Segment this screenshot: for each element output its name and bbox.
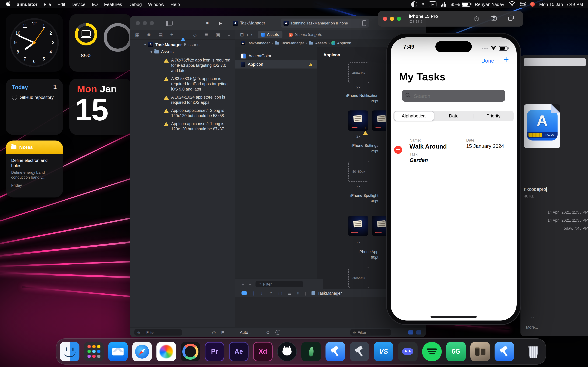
step-over-icon[interactable]: ⇣ (260, 291, 264, 296)
menu-simulator[interactable]: Simulator (13, 1, 41, 7)
issue-row[interactable]: !AppIcon.appiconset/r 2.png is 120x120 b… (130, 107, 235, 120)
dock-mail-icon[interactable] (108, 342, 128, 361)
close-button[interactable] (383, 17, 387, 21)
home-button-icon[interactable] (474, 15, 479, 22)
menu-device[interactable]: Device (69, 1, 89, 7)
dock-vscode-icon[interactable]: VS (374, 342, 393, 361)
breadcrumb-item[interactable]: Assets (315, 41, 327, 45)
test-navigator-icon[interactable]: ◇ (193, 32, 197, 37)
file-name-label[interactable]: r.xcodeproj (524, 187, 547, 192)
dock-trash-icon[interactable] (524, 342, 543, 361)
issue-row[interactable]: !A 1024x1024 app store icon is required … (130, 93, 235, 107)
tab-overview-icon[interactable]: ⊞ (240, 32, 244, 37)
dock-xcode-project-icon[interactable] (494, 342, 514, 361)
search-field[interactable] (402, 90, 505, 102)
icon-slot-image[interactable] (348, 216, 368, 236)
menu-window[interactable]: Window (145, 1, 167, 7)
debug-scheme[interactable]: TaskManager (312, 291, 342, 295)
scheme-chip[interactable]: A TaskManager (233, 20, 265, 26)
menu-io[interactable]: I/O (88, 1, 101, 7)
info-icon[interactable]: i (275, 330, 280, 335)
menu-file[interactable]: File (41, 1, 54, 7)
playback-icon[interactable]: ▶ (429, 1, 436, 7)
segment-priority[interactable]: Priority (474, 111, 513, 121)
run-button[interactable]: ▶ (219, 21, 222, 25)
asset-row-appicon[interactable]: AppIcon ! (235, 60, 317, 68)
segment-alphabetical[interactable]: Alphabetical (394, 111, 434, 121)
variables-view-toggle-icon[interactable] (408, 330, 413, 334)
xcodeproj-file-icon[interactable]: A PROJECT (524, 104, 560, 148)
find-navigator-icon[interactable]: ⌖ (171, 32, 173, 37)
status-app-icon[interactable] (411, 1, 417, 7)
view-debugger-icon[interactable]: ▢ (278, 291, 282, 296)
close-button[interactable] (136, 21, 140, 25)
asset-row-accentcolor[interactable]: AccentColor (235, 52, 317, 60)
sidebar-toggle-icon[interactable] (166, 20, 173, 26)
dock-mongodb-icon[interactable] (301, 342, 321, 361)
activity-meter-icon[interactable] (441, 2, 446, 7)
battery-status[interactable]: 85% (451, 1, 470, 7)
dock-after-effects-icon[interactable]: Ae (229, 342, 249, 361)
delete-task-button[interactable] (394, 146, 402, 154)
environment-icon[interactable]: ⌗ (297, 291, 299, 296)
back-icon[interactable]: ‹ (247, 32, 248, 37)
date-widget[interactable]: Mon Jan 15 (69, 79, 132, 135)
console-filter-field[interactable]: ⊙Filter (350, 329, 391, 335)
menu-help[interactable]: Help (167, 1, 183, 7)
more-ellipsis-icon[interactable]: ⋯ (529, 315, 535, 321)
assets-group-row[interactable]: ▾ Assets (130, 48, 235, 56)
bookmark-navigator-icon[interactable]: ▤ (159, 32, 163, 37)
battery-widget[interactable]: 85% (69, 14, 132, 72)
icon-slot-placeholder[interactable]: 40×40px (348, 62, 369, 83)
dock-launchpad-icon[interactable] (84, 342, 104, 361)
auto-dropdown[interactable]: Auto ⌄ (240, 330, 252, 334)
zoom-button[interactable] (397, 17, 401, 21)
dock-premiere-pro-icon[interactable]: Pr (205, 342, 224, 361)
memory-debugger-icon[interactable]: ≣ (288, 291, 291, 296)
disclosure-icon[interactable]: ▾ (144, 43, 146, 47)
more-label[interactable]: More... (526, 325, 538, 329)
menu-features[interactable]: Features (101, 1, 125, 7)
breadcrumb-item[interactable]: TaskManager (281, 41, 304, 45)
stop-button[interactable]: ■ (206, 21, 209, 25)
breakpoint-navigator-icon[interactable]: ▣ (216, 32, 220, 37)
checkbox-circle-icon[interactable] (12, 95, 17, 100)
menu-edit[interactable]: Edit (54, 1, 69, 7)
issue-row[interactable]: !A 83.5x83.5@2x app icon is required for… (130, 75, 235, 93)
done-button[interactable]: Done (481, 58, 494, 64)
console-view-toggle-icon[interactable] (416, 330, 421, 334)
disclosure-icon[interactable]: ▾ (150, 50, 152, 54)
navigator-filter-field[interactable]: ⊙⌄Filter (134, 329, 182, 335)
issue-row[interactable]: !AppIcon.appiconset/r 1.png is 120x120 b… (130, 120, 235, 133)
add-task-button[interactable]: + (503, 54, 509, 65)
finder-window[interactable]: A PROJECT r.xcodeproj 48 KB 14 April 202… (520, 55, 588, 336)
finder-search-field[interactable] (524, 58, 586, 67)
user-name-label[interactable]: Rehyan Yadav (475, 1, 504, 7)
search-input[interactable] (413, 92, 491, 99)
dock-safari-icon[interactable] (132, 342, 152, 361)
zoom-button[interactable] (150, 21, 154, 25)
keyboard-grid-icon[interactable]: ⌗ (422, 1, 424, 7)
menu-debug[interactable]: Debug (125, 1, 145, 7)
screenshot-camera-icon[interactable] (491, 15, 497, 22)
minimize-button[interactable] (143, 21, 147, 25)
tab-scenedelegate[interactable]: S SceneDelegate (285, 31, 326, 38)
calendar-event-row[interactable]: GitHub repository (12, 95, 54, 100)
add-asset-button[interactable]: + (242, 281, 244, 287)
menu-bar-time[interactable]: 7:49 PM (566, 1, 583, 7)
dock-adobe-xd-icon[interactable]: Xd (253, 342, 273, 361)
xcode-window[interactable]: ■ ▶ A TaskManager A Running TaskManager … (130, 16, 426, 337)
remove-asset-button[interactable]: − (249, 281, 251, 287)
control-center-icon[interactable] (519, 1, 526, 7)
dock-photos-icon[interactable] (156, 342, 176, 361)
breadcrumb-item[interactable]: AppIcon (337, 41, 351, 45)
dock-finder-icon[interactable] (60, 342, 79, 361)
notes-widget[interactable]: Notes Define electron and holes Define e… (6, 141, 63, 198)
activity-viewer[interactable]: A Running TaskManager on iPhone (281, 18, 369, 28)
breakpoints-toggle-icon[interactable] (242, 291, 247, 295)
dock-image-preview-icon[interactable] (470, 342, 490, 361)
source-control-icon[interactable]: ⊗ (147, 32, 151, 37)
record-indicator-icon[interactable] (530, 2, 535, 7)
clock-widget[interactable]: 12 1 2 3 4 5 6 7 8 9 10 11 (6, 14, 63, 72)
project-navigator-icon[interactable]: ▦ (135, 32, 139, 37)
